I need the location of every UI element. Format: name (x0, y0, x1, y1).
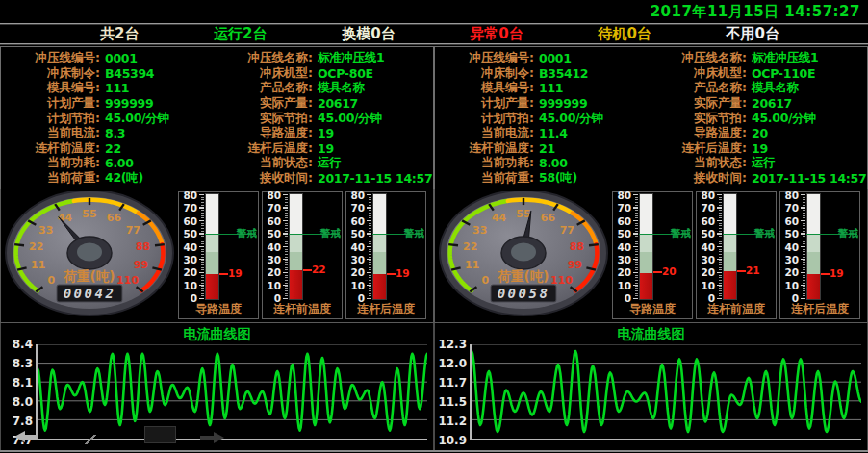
warning-label: 警戒 (838, 227, 858, 239)
nav-forward-button[interactable] (199, 432, 224, 444)
thermometer-value: 22 (312, 264, 326, 276)
chart-title: 电流曲线图 (435, 325, 867, 342)
nav-back-button[interactable] (14, 431, 39, 443)
value-marker (219, 273, 228, 275)
back-arrow-icon (14, 431, 39, 443)
datetime-display: 2017年11月15日 14:57:27 (651, 3, 860, 21)
stop-button[interactable] (144, 426, 176, 443)
info-value: B35412 (534, 66, 651, 81)
load-gauge: 0112233445566778899110荷重(吨)00042 (4, 191, 175, 320)
info-label: 实际节拍: (217, 111, 313, 127)
thermometer-tube (723, 193, 737, 300)
info-value: 6.00 (100, 156, 217, 170)
scale-tick-label: 80 (346, 189, 365, 201)
info-value: 模具名称 (747, 80, 868, 96)
info-label: 计划节拍: (441, 111, 534, 127)
info-value: 42(吨) (100, 170, 217, 187)
info-label: 当前荷重: (441, 170, 534, 187)
scale-tick-label: 40 (613, 241, 631, 253)
scale-tick-label: 30 (346, 254, 365, 265)
svg-text:0: 0 (482, 274, 490, 287)
info-label: 连杆后温度: (217, 140, 313, 157)
info-label: 连杆前温度: (7, 140, 100, 157)
scale-tick-label: 80 (613, 189, 631, 201)
thermometer-label: 连杆后温度 (780, 301, 859, 317)
thermometer-value: 19 (228, 267, 243, 280)
thermometer-guide-temp: 80706050403020100 警戒 19 导路温度 (178, 191, 259, 319)
info-label: 导路温度: (651, 125, 747, 141)
thermometer-scale: 80706050403020100 (346, 192, 366, 301)
info-value: 20617 (313, 96, 434, 111)
scale-tick-label: 10 (780, 280, 799, 291)
scale-tick-label: 80 (263, 189, 281, 201)
current-trend-chart: 电流曲线图 12.312.011.711.511.210.9 (434, 323, 868, 450)
thermometer-rod-front-temp: 80706050403020100 警戒 21 连杆前温度 (696, 191, 777, 319)
warning-label: 警戒 (404, 227, 424, 239)
scale-tick-label: 20 (697, 266, 715, 278)
info-label: 冲床机型: (651, 65, 747, 82)
status-running: 运行2台 (214, 25, 267, 43)
scale-tick-label: 70 (613, 202, 631, 214)
scale-tick-label: 40 (697, 241, 715, 253)
info-value: 58(吨) (534, 170, 651, 187)
thermometer-label: 连杆前温度 (697, 301, 776, 317)
svg-text:88: 88 (136, 240, 150, 253)
forward-arrow-icon (199, 432, 224, 444)
pencil-icon[interactable] (83, 435, 97, 444)
value-marker (387, 273, 396, 275)
scale-tick-label: 80 (179, 189, 197, 201)
info-value: 19 (747, 141, 868, 156)
info-label: 计划产量: (7, 95, 100, 112)
thermometer-rod-rear-temp: 80706050403020100 警戒 19 连杆后温度 (345, 191, 426, 319)
scale-tick-label: 10 (613, 280, 631, 291)
info-value: 标准冲压线1 (313, 50, 434, 66)
y-axis-labels: 12.312.011.711.511.210.9 (435, 344, 470, 440)
scale-tick-label: 20 (613, 266, 631, 278)
svg-text:22: 22 (29, 240, 43, 253)
thermometer-scale: 80706050403020100 (613, 192, 632, 301)
info-label: 当前状态: (217, 155, 313, 171)
info-label: 接收时间: (217, 170, 313, 187)
value-marker (653, 271, 662, 273)
warning-label: 警戒 (754, 227, 775, 239)
press-line-panel-2: 冲压线编号:0001冲压线名称:标准冲压线1冲床制令:B35412冲床机型:OC… (434, 46, 868, 450)
info-value: B45394 (100, 66, 217, 81)
scale-tick-label: 40 (780, 241, 799, 253)
info-value: 45.00/分钟 (747, 111, 868, 127)
info-value: 0001 (100, 51, 217, 65)
svg-text:22: 22 (463, 240, 477, 253)
thermometer-value: 21 (746, 264, 760, 277)
thermometer-rod-front-temp: 80706050403020100 警戒 22 连杆前温度 (262, 191, 343, 319)
thermometer-label: 导路温度 (613, 301, 692, 317)
tick-strip (633, 194, 638, 299)
info-label: 冲压线编号: (7, 50, 100, 66)
tick-strip (199, 194, 204, 299)
status-mold-change: 换模0台 (342, 25, 395, 43)
scale-tick-label: 60 (780, 215, 799, 227)
thermometer-scale: 80706050403020100 (697, 192, 716, 301)
y-axis-labels: 8.48.38.18.07.87.7 (1, 344, 36, 440)
svg-text:0: 0 (48, 274, 56, 287)
scale-tick-label: 10 (263, 280, 281, 291)
scale-tick-label: 60 (697, 215, 715, 227)
y-axis-tick-label: 7.8 (1, 415, 33, 428)
thermometer-tube (205, 193, 219, 300)
scale-tick-label: 30 (613, 254, 631, 265)
scale-tick-label: 30 (179, 254, 197, 265)
machine-status-bar: 共2台 运行2台 换模0台 异常0台 待机0台 不用0台 (0, 25, 868, 43)
info-value: 22 (100, 141, 217, 156)
y-axis-tick-label: 11.7 (435, 376, 467, 390)
y-axis-tick-label: 10.9 (435, 434, 467, 447)
scale-tick-label: 30 (697, 254, 715, 265)
tick-strip (367, 194, 371, 299)
scale-tick-label: 40 (346, 241, 365, 253)
info-value: 19 (313, 141, 434, 156)
warning-label: 警戒 (237, 227, 257, 239)
tick-strip (801, 194, 805, 299)
info-label: 当前荷重: (7, 170, 100, 187)
thermometer-guide-temp: 80706050403020100 警戒 20 导路温度 (612, 191, 693, 319)
scale-tick-label: 30 (263, 254, 281, 265)
scale-tick-label: 80 (780, 189, 799, 201)
scale-tick-label: 10 (346, 280, 365, 291)
info-label: 接收时间: (651, 170, 747, 187)
